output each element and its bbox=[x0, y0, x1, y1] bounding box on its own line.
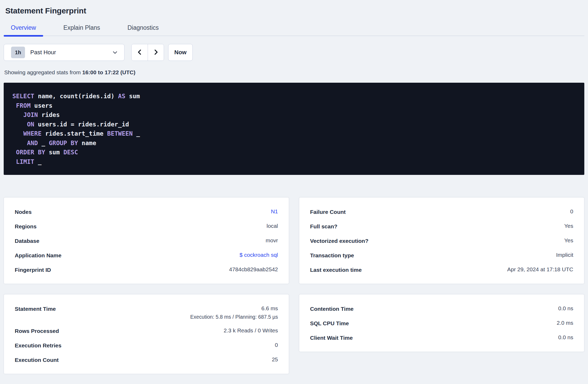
chevron-right-icon bbox=[153, 48, 159, 57]
row-label: Regions bbox=[15, 223, 37, 230]
tab-diagnostics[interactable]: Diagnostics bbox=[120, 24, 166, 36]
row-value-wrap: Apr 29, 2024 at 17:18 UTC bbox=[507, 266, 573, 273]
previous-interval-button[interactable] bbox=[132, 44, 148, 61]
sql-line: LIMIT _ bbox=[12, 157, 576, 167]
row-label: Fingerprint ID bbox=[15, 266, 51, 273]
card-row: NodesN1 bbox=[15, 205, 278, 219]
row-value-wrap: N1 bbox=[271, 208, 278, 215]
aggregation-note: Showing aggregated stats from 16:00 to 1… bbox=[4, 69, 584, 76]
sql-line: ON users.id = rides.rider_id bbox=[12, 120, 576, 129]
time-nav-group bbox=[131, 44, 164, 61]
card-row: Execution Count25 bbox=[15, 353, 278, 367]
stats-cards-row: Statement Time6.6 msExecution: 5.8 ms / … bbox=[4, 294, 584, 374]
row-label: Rows Processed bbox=[15, 327, 59, 334]
sql-line: FROM users bbox=[12, 101, 576, 111]
card-row: Regionslocal bbox=[15, 219, 278, 234]
row-value: 4784cb829aab2542 bbox=[229, 266, 278, 273]
card-row: Fingerprint ID4784cb829aab2542 bbox=[15, 263, 278, 277]
card-row: Execution Retries0 bbox=[15, 338, 278, 353]
chevron-left-icon bbox=[137, 48, 143, 57]
row-label: Transaction type bbox=[310, 252, 354, 259]
tab-explain-plans[interactable]: Explain Plans bbox=[56, 24, 107, 36]
card-row: Failure Count0 bbox=[310, 205, 573, 219]
row-label: Contention Time bbox=[310, 305, 353, 312]
row-value-wrap: 4784cb829aab2542 bbox=[229, 266, 278, 273]
row-value: movr bbox=[266, 237, 278, 244]
tabs-bar: Overview Explain Plans Diagnostics bbox=[4, 24, 584, 36]
sql-line: AND _ GROUP BY name bbox=[12, 139, 576, 148]
time-range-badge: 1h bbox=[11, 47, 25, 58]
row-value: 0.0 ns bbox=[558, 305, 573, 312]
row-label: Application Name bbox=[15, 252, 61, 259]
row-value-wrap: local bbox=[267, 223, 278, 229]
row-subvalue: Execution: 5.8 ms / Planning: 687.5 µs bbox=[190, 314, 278, 320]
card-row: Rows Processed2.3 k Reads / 0 Writes bbox=[15, 324, 278, 338]
row-value-wrap: 0.0 ns bbox=[558, 334, 573, 341]
tab-overview[interactable]: Overview bbox=[4, 24, 43, 36]
page-title: Statement Fingerprint bbox=[5, 6, 584, 15]
row-label: SQL CPU Time bbox=[310, 320, 349, 327]
card-row: Databasemovr bbox=[15, 234, 278, 248]
execution-attributes-card: Failure Count0Full scan?YesVectorized ex… bbox=[299, 197, 584, 284]
card-row: Application Name$ cockroach sql bbox=[15, 248, 278, 263]
aggregation-note-prefix: Showing aggregated stats from bbox=[4, 69, 82, 75]
row-label: Execution Count bbox=[15, 356, 59, 363]
sql-line: ORDER BY sum DESC bbox=[12, 148, 576, 157]
row-value-wrap: movr bbox=[266, 237, 278, 244]
row-label: Last execution time bbox=[310, 266, 362, 273]
row-label: Vectorized execution? bbox=[310, 237, 368, 244]
row-label: Execution Retries bbox=[15, 342, 61, 349]
chevron-down-icon bbox=[112, 50, 118, 55]
row-value-wrap: 25 bbox=[272, 356, 278, 363]
statement-fingerprint-page: Statement Fingerprint Overview Explain P… bbox=[0, 6, 588, 374]
sql-line: SELECT name, count(rides.id) AS sum bbox=[12, 92, 576, 101]
sql-line: JOIN rides bbox=[12, 110, 576, 120]
row-label: Client Wait Time bbox=[310, 334, 353, 341]
row-value: 25 bbox=[272, 356, 278, 363]
row-value: Yes bbox=[564, 237, 573, 244]
row-label: Database bbox=[15, 237, 39, 244]
card-row: Client Wait Time0.0 ns bbox=[310, 331, 573, 345]
card-row: SQL CPU Time2.0 ms bbox=[310, 316, 573, 331]
row-value-wrap: 2.3 k Reads / 0 Writes bbox=[224, 327, 278, 334]
row-value: 0 bbox=[570, 208, 573, 215]
card-row: Contention Time0.0 ns bbox=[310, 302, 573, 316]
row-value-wrap: Implicit bbox=[556, 252, 573, 258]
details-cards-row: NodesN1RegionslocalDatabasemovrApplicati… bbox=[4, 197, 584, 284]
row-value: 6.6 ms bbox=[190, 305, 278, 312]
statement-details-card: NodesN1RegionslocalDatabasemovrApplicati… bbox=[4, 197, 289, 284]
row-value-wrap: Yes bbox=[564, 223, 573, 229]
time-toolbar: 1h Past Hour bbox=[4, 44, 584, 61]
next-interval-button[interactable] bbox=[148, 44, 164, 61]
row-value-link[interactable]: N1 bbox=[271, 208, 278, 215]
card-row: Full scan?Yes bbox=[310, 219, 573, 234]
time-range-label: Past Hour bbox=[30, 49, 56, 56]
row-label: Failure Count bbox=[310, 208, 346, 215]
row-value-wrap: 0 bbox=[570, 208, 573, 215]
row-label: Nodes bbox=[15, 208, 32, 215]
row-label: Statement Time bbox=[15, 305, 56, 312]
row-value: 0 bbox=[275, 342, 278, 348]
row-value-wrap: 6.6 msExecution: 5.8 ms / Planning: 687.… bbox=[190, 305, 278, 320]
row-value: 0.0 ns bbox=[558, 334, 573, 341]
card-row: Statement Time6.6 msExecution: 5.8 ms / … bbox=[15, 302, 278, 324]
row-value-wrap: 0.0 ns bbox=[558, 305, 573, 312]
card-row: Vectorized execution?Yes bbox=[310, 234, 573, 248]
sql-line: WHERE rides.start_time BETWEEN _ bbox=[12, 129, 576, 139]
now-button[interactable]: Now bbox=[168, 44, 193, 61]
row-value: Implicit bbox=[556, 252, 573, 258]
row-value-wrap: $ cockroach sql bbox=[240, 252, 278, 258]
row-value-wrap: 0 bbox=[275, 342, 278, 348]
row-value: 2.0 ms bbox=[557, 320, 573, 326]
row-value-wrap: Yes bbox=[564, 237, 573, 244]
row-value-wrap: 2.0 ms bbox=[557, 320, 573, 326]
aggregation-note-range: 16:00 to 17:22 (UTC) bbox=[82, 69, 136, 75]
row-label: Full scan? bbox=[310, 223, 337, 230]
row-value: 2.3 k Reads / 0 Writes bbox=[224, 327, 278, 334]
row-value: local bbox=[267, 223, 278, 229]
sql-statement-box: SELECT name, count(rides.id) AS sum FROM… bbox=[4, 83, 584, 175]
row-value-link[interactable]: $ cockroach sql bbox=[240, 252, 278, 258]
row-value: Yes bbox=[564, 223, 573, 229]
time-range-picker[interactable]: 1h Past Hour bbox=[4, 44, 124, 61]
card-row: Transaction typeImplicit bbox=[310, 248, 573, 263]
